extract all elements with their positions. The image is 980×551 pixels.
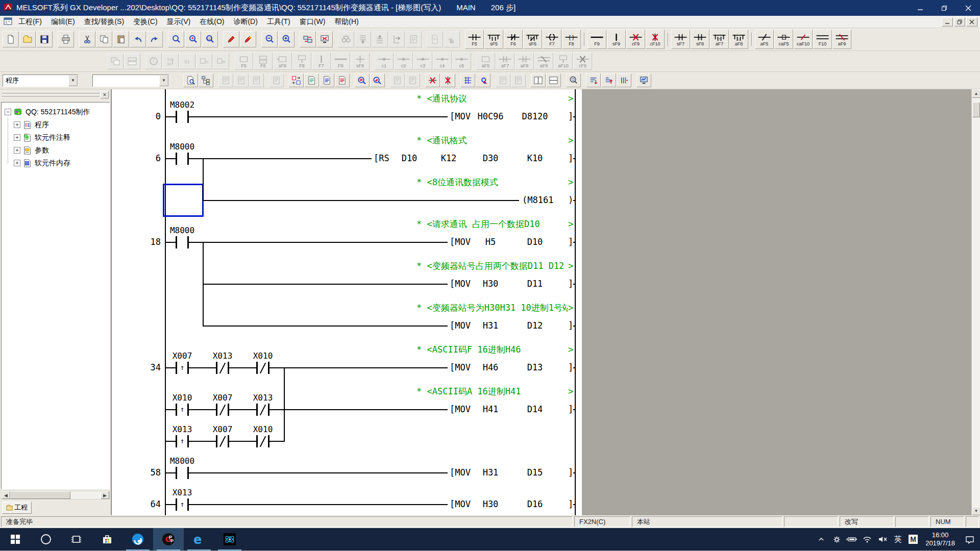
open-button[interactable]: [19, 31, 36, 47]
restore-button[interactable]: [932, 0, 956, 16]
ladder-symbol-button-cF10[interactable]: cF10: [646, 30, 665, 49]
list-used-device-button[interactable]: [405, 31, 422, 47]
tray-security-icon[interactable]: [829, 528, 844, 550]
menu-item-10[interactable]: 帮助(H): [330, 16, 363, 28]
task-view-taskbar-button[interactable]: [61, 528, 92, 550]
delete-line-button[interactable]: [440, 73, 455, 87]
new-button[interactable]: [3, 31, 19, 47]
split-window-button[interactable]: [531, 73, 546, 87]
mdi-child-icon[interactable]: [2, 17, 14, 27]
start-taskbar-button[interactable]: [0, 528, 31, 550]
tree-expand-icon[interactable]: +: [14, 134, 20, 141]
ladder-symbol-button-sF8[interactable]: ↓sF8: [691, 30, 709, 49]
ime-language-indicator[interactable]: 英: [890, 528, 905, 550]
find-coil-button[interactable]: [370, 73, 385, 87]
ladder-symbol-button-caF5[interactable]: caF5: [774, 30, 793, 49]
comment-display-button[interactable]: [304, 73, 319, 87]
mdi-close-button[interactable]: [966, 17, 977, 27]
ladder-symbol-button-cF9[interactable]: cF9: [626, 30, 645, 49]
ladder-symbol-button-aF7[interactable]: ↑aF7: [710, 30, 729, 49]
ladder-symbol-button-c5[interactable]: c5: [452, 53, 471, 70]
ladder-symbol-button-F7[interactable]: F7: [312, 53, 331, 70]
gx-developer-taskbar-button[interactable]: GPP: [153, 528, 184, 550]
project-data-list-button[interactable]: [183, 73, 198, 87]
secondary-combo[interactable]: ▼: [92, 74, 169, 87]
panel-grip[interactable]: ×: [1, 90, 110, 101]
tab-project[interactable]: 工程: [2, 502, 32, 514]
program-selector-combo[interactable]: 程序▼: [3, 74, 78, 87]
save-button[interactable]: [36, 31, 53, 47]
delete-rung-button[interactable]: [425, 73, 440, 87]
close-button[interactable]: [956, 0, 980, 16]
ladder-symbol-button-F6[interactable]: F6: [254, 53, 273, 70]
ladder-editor[interactable]: * <通讯协议>0M8002[MOVH0C96D8120]* <通讯格式>6M8…: [112, 89, 980, 515]
ladder-symbol-button-sF6[interactable]: sF6: [523, 30, 542, 49]
tree-item-4[interactable]: +软元件内存: [2, 157, 109, 169]
window-2-button[interactable]: [511, 73, 526, 87]
device-reset-button[interactable]: R: [213, 53, 229, 69]
tree-hscrollbar[interactable]: ◀ ▶: [1, 491, 110, 499]
ladder-symbol-button-sF5[interactable]: sF5: [484, 30, 503, 49]
scroll-down-icon[interactable]: ▼: [972, 507, 980, 515]
ladder-symbol-button-F6[interactable]: F6: [504, 30, 523, 49]
zoom-in-button[interactable]: [278, 31, 295, 47]
step-no-button[interactable]: S1: [179, 53, 195, 69]
ladder-symbol-button-sF6[interactable]: sF6: [273, 53, 292, 70]
ladder-symbol-button-aF9[interactable]: aF9: [832, 30, 851, 49]
ladder-symbol-button-c3[interactable]: c3: [413, 53, 432, 70]
ladder-symbol-button-F8[interactable]: F8: [292, 53, 311, 70]
ladder-symbol-button-F9[interactable]: F9: [587, 30, 606, 49]
combo-dropdown-icon[interactable]: ▼: [159, 75, 168, 86]
ladder-symbol-button-aF8[interactable]: ↓aF8: [515, 53, 534, 70]
ladder-symbol-button-F8[interactable]: { }F8: [562, 30, 581, 49]
zoom-display-button[interactable]: Q: [566, 73, 581, 87]
device-batch-button[interactable]: [234, 73, 249, 87]
ladder-symbol-button-c1[interactable]: c1: [375, 53, 394, 70]
scroll-right-icon[interactable]: ▶: [101, 491, 109, 499]
monitor-mode-button[interactable]: [390, 73, 405, 87]
ladder-symbol-button-caF10[interactable]: caF10: [794, 30, 813, 49]
macro-button[interactable]: [427, 31, 443, 47]
ladder-symbol-button-sF9[interactable]: sF9: [607, 30, 626, 49]
ladder-symbol-button-F5[interactable]: F5: [234, 53, 253, 70]
find-contact-button[interactable]: [355, 73, 370, 87]
find-contact-coil-button[interactable]: 123: [202, 31, 218, 47]
ladder-canvas[interactable]: * <通讯协议>0M8002[MOVH0C96D8120]* <通讯格式>6M8…: [112, 89, 582, 515]
cortana-search-taskbar-button[interactable]: [31, 528, 61, 550]
tray-melsoft-icon[interactable]: M: [905, 528, 921, 550]
tray-chevron-icon[interactable]: [814, 528, 829, 550]
verify-button[interactable]: [316, 31, 333, 47]
tray-battery-icon[interactable]: [844, 528, 860, 550]
gx-works-taskbar-button[interactable]: [214, 528, 245, 550]
tree-item-3[interactable]: +参数: [2, 144, 109, 157]
find-step-button[interactable]: Q: [476, 73, 491, 87]
delete-row-button[interactable]: [601, 73, 616, 87]
menu-item-6[interactable]: 在线(O): [195, 16, 229, 28]
vscroll-thumb[interactable]: [972, 102, 980, 117]
insert-row-button[interactable]: [586, 73, 601, 87]
net-param-2-button[interactable]: [124, 53, 140, 69]
print-button[interactable]: [58, 31, 74, 47]
tile-window-button[interactable]: [546, 73, 561, 87]
menu-item-1[interactable]: 工程(F): [14, 16, 46, 28]
ladder-symbol-button-F5[interactable]: F5: [465, 30, 484, 49]
toggle-project-tree-button[interactable]: [199, 73, 213, 87]
ladder-symbol-button-aF8[interactable]: ↓aF8: [729, 30, 748, 49]
undo-button[interactable]: [130, 31, 146, 47]
tree-expand-icon[interactable]: +: [14, 147, 20, 154]
find-device-button[interactable]: [168, 31, 184, 47]
error-check-button[interactable]: !: [145, 53, 162, 69]
minimize-button[interactable]: [908, 0, 932, 16]
microsoft-store-taskbar-button[interactable]: [92, 528, 122, 550]
ladder-symbol-button-cF9[interactable]: cF9: [573, 53, 592, 70]
find-instruction-button[interactable]: [185, 31, 201, 47]
program-check-2-button[interactable]: [240, 31, 256, 47]
ladder-symbol-button-sF9[interactable]: sF9: [351, 53, 370, 70]
jump-down-button[interactable]: [355, 31, 371, 47]
statement-display-button[interactable]: [320, 73, 334, 87]
paste-button[interactable]: [113, 31, 129, 47]
scroll-up-icon[interactable]: ▲: [972, 89, 980, 98]
editor-vscrollbar[interactable]: ▲ ▼: [971, 89, 980, 515]
ladder-symbol-button-aF5[interactable]: aF5: [476, 53, 495, 70]
taskbar-clock[interactable]: 16:00 2019/7/18: [921, 531, 960, 547]
